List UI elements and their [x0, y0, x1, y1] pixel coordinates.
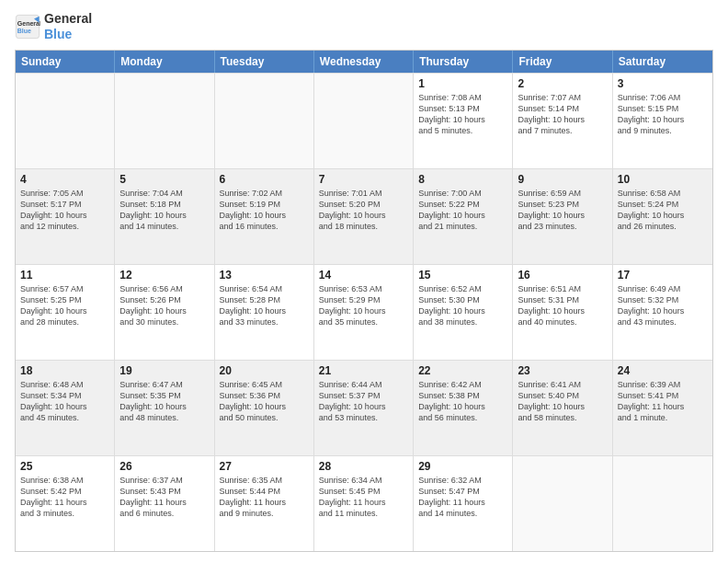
calendar-cell [215, 74, 314, 168]
cell-day-number: 19 [119, 364, 209, 377]
header-cell-wednesday: Wednesday [314, 51, 414, 73]
cell-day-info: Sunrise: 6:49 AM Sunset: 5:32 PM Dayligh… [618, 283, 708, 328]
calendar-row-3: 11Sunrise: 6:57 AM Sunset: 5:25 PM Dayli… [16, 264, 712, 360]
calendar-row-1: 1Sunrise: 7:08 AM Sunset: 5:13 PM Daylig… [16, 73, 712, 168]
cell-day-info: Sunrise: 6:59 AM Sunset: 5:23 PM Dayligh… [518, 188, 607, 233]
calendar-cell: 3Sunrise: 7:06 AM Sunset: 5:15 PM Daylig… [613, 74, 712, 168]
calendar-cell: 9Sunrise: 6:59 AM Sunset: 5:23 PM Daylig… [513, 169, 612, 264]
header-cell-friday: Friday [513, 51, 612, 73]
cell-day-number: 2 [518, 77, 607, 90]
logo-text: General Blue [44, 11, 92, 42]
cell-day-number: 13 [220, 269, 309, 282]
cell-day-number: 9 [518, 173, 607, 186]
cell-day-info: Sunrise: 6:54 AM Sunset: 5:28 PM Dayligh… [220, 283, 309, 328]
calendar-cell: 10Sunrise: 6:58 AM Sunset: 5:24 PM Dayli… [613, 169, 712, 264]
cell-day-number: 28 [319, 460, 408, 473]
cell-day-number: 1 [418, 77, 507, 90]
calendar-cell: 17Sunrise: 6:49 AM Sunset: 5:32 PM Dayli… [613, 265, 712, 360]
cell-day-number: 3 [618, 77, 708, 90]
calendar-header: SundayMondayTuesdayWednesdayThursdayFrid… [16, 51, 712, 73]
calendar-cell: 23Sunrise: 6:41 AM Sunset: 5:40 PM Dayli… [513, 361, 612, 455]
cell-day-info: Sunrise: 6:48 AM Sunset: 5:34 PM Dayligh… [20, 379, 109, 424]
cell-day-number: 12 [119, 269, 209, 282]
calendar-cell: 14Sunrise: 6:53 AM Sunset: 5:29 PM Dayli… [314, 265, 414, 360]
cell-day-info: Sunrise: 7:05 AM Sunset: 5:17 PM Dayligh… [20, 188, 109, 233]
cell-day-number: 15 [418, 269, 507, 282]
calendar-cell: 1Sunrise: 7:08 AM Sunset: 5:13 PM Daylig… [414, 74, 513, 168]
cell-day-info: Sunrise: 6:35 AM Sunset: 5:44 PM Dayligh… [220, 475, 309, 520]
cell-day-number: 24 [618, 364, 708, 377]
cell-day-number: 27 [220, 460, 309, 473]
cell-day-number: 6 [220, 173, 309, 186]
cell-day-number: 21 [319, 364, 408, 377]
calendar-cell: 13Sunrise: 6:54 AM Sunset: 5:28 PM Dayli… [215, 265, 314, 360]
cell-day-number: 5 [119, 173, 209, 186]
cell-day-info: Sunrise: 7:01 AM Sunset: 5:20 PM Dayligh… [319, 188, 408, 233]
logo-icon: General Blue [15, 14, 40, 40]
cell-day-info: Sunrise: 6:41 AM Sunset: 5:40 PM Dayligh… [518, 379, 607, 424]
logo: General Blue General Blue [15, 11, 92, 42]
cell-day-info: Sunrise: 6:37 AM Sunset: 5:43 PM Dayligh… [119, 475, 209, 520]
calendar-cell: 7Sunrise: 7:01 AM Sunset: 5:20 PM Daylig… [314, 169, 414, 264]
calendar-row-4: 18Sunrise: 6:48 AM Sunset: 5:34 PM Dayli… [16, 360, 712, 455]
header-cell-tuesday: Tuesday [215, 51, 314, 73]
cell-day-info: Sunrise: 7:07 AM Sunset: 5:14 PM Dayligh… [518, 92, 607, 137]
calendar-cell: 24Sunrise: 6:39 AM Sunset: 5:41 PM Dayli… [613, 361, 712, 455]
cell-day-number: 25 [20, 460, 109, 473]
calendar-cell [115, 74, 214, 168]
calendar-cell: 6Sunrise: 7:02 AM Sunset: 5:19 PM Daylig… [215, 169, 314, 264]
calendar-cell: 21Sunrise: 6:44 AM Sunset: 5:37 PM Dayli… [314, 361, 414, 455]
cell-day-number: 22 [418, 364, 507, 377]
calendar-cell: 11Sunrise: 6:57 AM Sunset: 5:25 PM Dayli… [16, 265, 115, 360]
header-cell-sunday: Sunday [16, 51, 115, 73]
svg-text:Blue: Blue [17, 28, 31, 34]
cell-day-info: Sunrise: 6:39 AM Sunset: 5:41 PM Dayligh… [618, 379, 708, 424]
calendar-cell [314, 74, 414, 168]
cell-day-number: 17 [618, 269, 708, 282]
cell-day-info: Sunrise: 6:51 AM Sunset: 5:31 PM Dayligh… [518, 283, 607, 328]
cell-day-number: 7 [319, 173, 408, 186]
calendar: SundayMondayTuesdayWednesdayThursdayFrid… [15, 50, 713, 552]
cell-day-info: Sunrise: 7:06 AM Sunset: 5:15 PM Dayligh… [618, 92, 708, 137]
cell-day-info: Sunrise: 6:45 AM Sunset: 5:36 PM Dayligh… [220, 379, 309, 424]
cell-day-number: 10 [618, 173, 708, 186]
header-cell-saturday: Saturday [613, 51, 712, 73]
calendar-cell [513, 456, 612, 551]
calendar-cell: 29Sunrise: 6:32 AM Sunset: 5:47 PM Dayli… [414, 456, 513, 551]
cell-day-info: Sunrise: 6:58 AM Sunset: 5:24 PM Dayligh… [618, 188, 708, 233]
page: General Blue General Blue SundayMondayTu… [0, 0, 728, 563]
calendar-cell: 8Sunrise: 7:00 AM Sunset: 5:22 PM Daylig… [414, 169, 513, 264]
cell-day-number: 20 [220, 364, 309, 377]
cell-day-info: Sunrise: 6:44 AM Sunset: 5:37 PM Dayligh… [319, 379, 408, 424]
calendar-cell: 25Sunrise: 6:38 AM Sunset: 5:42 PM Dayli… [16, 456, 115, 551]
cell-day-number: 18 [20, 364, 109, 377]
cell-day-number: 26 [119, 460, 209, 473]
calendar-cell: 20Sunrise: 6:45 AM Sunset: 5:36 PM Dayli… [215, 361, 314, 455]
header-cell-monday: Monday [115, 51, 214, 73]
calendar-cell: 12Sunrise: 6:56 AM Sunset: 5:26 PM Dayli… [115, 265, 214, 360]
cell-day-info: Sunrise: 6:57 AM Sunset: 5:25 PM Dayligh… [20, 283, 109, 328]
cell-day-info: Sunrise: 7:04 AM Sunset: 5:18 PM Dayligh… [119, 188, 209, 233]
cell-day-number: 4 [20, 173, 109, 186]
header: General Blue General Blue [15, 11, 713, 42]
cell-day-info: Sunrise: 6:53 AM Sunset: 5:29 PM Dayligh… [319, 283, 408, 328]
calendar-body: 1Sunrise: 7:08 AM Sunset: 5:13 PM Daylig… [16, 73, 712, 551]
header-cell-thursday: Thursday [414, 51, 513, 73]
cell-day-info: Sunrise: 7:00 AM Sunset: 5:22 PM Dayligh… [418, 188, 507, 233]
cell-day-info: Sunrise: 7:08 AM Sunset: 5:13 PM Dayligh… [418, 92, 507, 137]
cell-day-info: Sunrise: 6:42 AM Sunset: 5:38 PM Dayligh… [418, 379, 507, 424]
calendar-cell: 5Sunrise: 7:04 AM Sunset: 5:18 PM Daylig… [115, 169, 214, 264]
cell-day-info: Sunrise: 6:47 AM Sunset: 5:35 PM Dayligh… [119, 379, 209, 424]
calendar-cell: 28Sunrise: 6:34 AM Sunset: 5:45 PM Dayli… [314, 456, 414, 551]
calendar-cell: 18Sunrise: 6:48 AM Sunset: 5:34 PM Dayli… [16, 361, 115, 455]
cell-day-info: Sunrise: 6:56 AM Sunset: 5:26 PM Dayligh… [119, 283, 209, 328]
calendar-cell: 22Sunrise: 6:42 AM Sunset: 5:38 PM Dayli… [414, 361, 513, 455]
calendar-row-2: 4Sunrise: 7:05 AM Sunset: 5:17 PM Daylig… [16, 168, 712, 264]
cell-day-number: 11 [20, 269, 109, 282]
calendar-cell: 15Sunrise: 6:52 AM Sunset: 5:30 PM Dayli… [414, 265, 513, 360]
calendar-cell: 2Sunrise: 7:07 AM Sunset: 5:14 PM Daylig… [513, 74, 612, 168]
cell-day-number: 29 [418, 460, 507, 473]
cell-day-info: Sunrise: 6:38 AM Sunset: 5:42 PM Dayligh… [20, 475, 109, 520]
cell-day-number: 8 [418, 173, 507, 186]
calendar-cell: 19Sunrise: 6:47 AM Sunset: 5:35 PM Dayli… [115, 361, 214, 455]
